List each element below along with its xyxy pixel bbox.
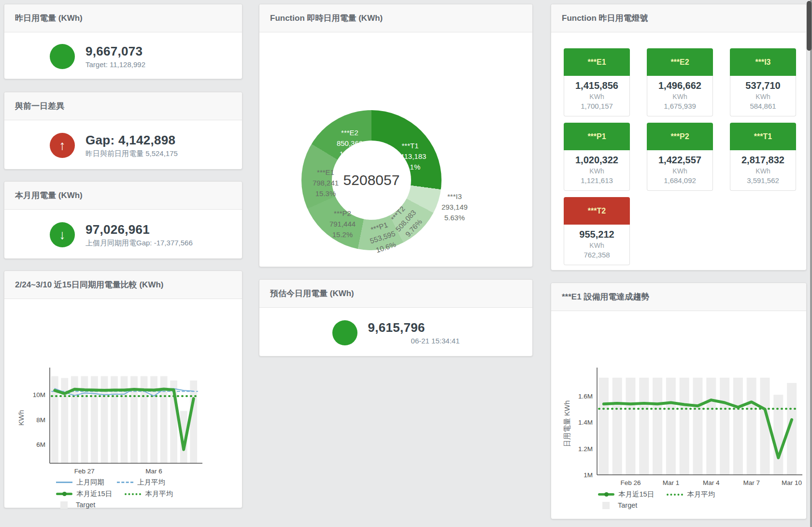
tile-header: ***T2 xyxy=(564,197,630,225)
legend-label: 本月近15日 xyxy=(618,490,654,499)
tile-target: 1,675,939 xyxy=(648,102,712,110)
legend-label: 本月平均 xyxy=(145,489,173,499)
x-tick-label: Mar 6 xyxy=(145,468,162,475)
tile-unit: KWh xyxy=(565,167,628,175)
estimate-value: 9,615,796 xyxy=(368,320,460,335)
y-tick-label: 1.4M xyxy=(578,419,593,426)
tile-unit: KWh xyxy=(565,93,628,100)
legend-swatch-blue-line xyxy=(56,482,72,483)
legend-item[interactable]: 本月平均 xyxy=(667,490,715,499)
legend-label: Target xyxy=(76,501,95,509)
card-title: Function 昨日用電燈號 xyxy=(551,4,806,32)
legend-swatch-green-dot xyxy=(667,494,683,496)
signal-tile: ***P11,020,322KWh1,121,613 xyxy=(564,123,630,191)
arrow-up-icon: ↑ xyxy=(50,133,75,158)
card-title: 本月用電量 (KWh) xyxy=(4,182,242,210)
tile-body: 2,817,832KWh3,591,562 xyxy=(730,150,796,191)
card-gap-prev-day: 與前一日差異 ↑ Gap: 4,142,898 昨日與前日用電量 5,524,1… xyxy=(4,92,242,170)
e1-trend-chart[interactable]: 1M1.2M1.4M1.6MFeb 26Mar 1Mar 4Mar 7Mar 1… xyxy=(551,346,807,488)
card-month-usage: 本月用電量 (KWh) ↓ 97,026,961 上個月同期用電Gap: -17… xyxy=(4,181,242,259)
tile-body: 537,710KWh584,861 xyxy=(730,76,796,116)
card-title: 2/24~3/10 近15日同期用電量比較 (KWh) xyxy=(4,271,242,299)
trend-chart-legend: 本月近15日本月平均Target xyxy=(598,490,715,509)
tile-value: 1,496,662 xyxy=(648,80,712,91)
legend-item[interactable]: Target xyxy=(598,501,637,509)
gap-sub: 昨日與前日用電量 5,524,175 xyxy=(85,149,197,158)
tile-value: 1,415,856 xyxy=(565,80,628,91)
target-bar xyxy=(693,378,702,475)
target-bar xyxy=(747,378,756,475)
card-realtime-donut: Function 即時日用電量 (KWh) 5208057 ***T1 1,41… xyxy=(259,4,533,267)
tile-target: 1,684,092 xyxy=(648,176,712,185)
realtime-donut-chart[interactable]: 5208057 ***T1 1,413,183 27.1%***I3 293,1… xyxy=(259,32,532,268)
card-title: Function 即時日用電量 (KWh) xyxy=(259,4,532,32)
tile-value: 537,710 xyxy=(731,80,795,91)
legend-item[interactable]: 本月近15日 xyxy=(56,489,112,499)
legend-label: 本月平均 xyxy=(687,490,715,499)
tile-header: ***I3 xyxy=(730,48,796,76)
x-tick-label: Mar 4 xyxy=(703,479,720,486)
dashboard-page: { "cards": { "yesterday": { "title": "昨日… xyxy=(0,0,812,527)
legend-item[interactable]: 上月同期 xyxy=(56,478,104,487)
compare-chart-legend: 上月同期上月平均本月近15日本月平均Target xyxy=(56,478,173,509)
signal-tile: ***I3537,710KWh584,861 xyxy=(730,48,796,116)
legend-label: 本月近15日 xyxy=(76,489,112,499)
target-bar xyxy=(733,378,743,475)
tile-value: 2,817,832 xyxy=(731,155,795,166)
x-tick-label: Mar 1 xyxy=(663,479,680,486)
compare-15d-chart[interactable]: 6M8M10MFeb 27Mar 6KWh xyxy=(4,339,243,475)
y-tick-label: 1M xyxy=(584,471,593,479)
target-bar xyxy=(613,378,622,475)
donut-slice-label: ***E2 850,362 16.3% xyxy=(337,128,363,159)
tile-value: 1,422,557 xyxy=(648,155,712,166)
target-bar xyxy=(653,378,662,475)
tile-unit: KWh xyxy=(648,93,712,100)
signal-tile: ***T12,817,832KWh3,591,562 xyxy=(730,123,796,191)
legend-item[interactable]: 本月近15日 xyxy=(598,490,654,499)
tile-target: 3,591,562 xyxy=(731,176,795,185)
gap-value: Gap: 4,142,898 xyxy=(85,133,197,148)
tile-unit: KWh xyxy=(731,167,795,175)
card-signal-lights: Function 昨日用電燈號 ***E11,415,856KWh1,700,1… xyxy=(551,4,807,271)
x-tick-label: Feb 26 xyxy=(620,479,641,486)
card-estimate-today: 預估今日用電量 (KWh) 9,615,796 06-21 15:34:41 xyxy=(259,279,533,356)
target-bar xyxy=(190,381,197,463)
target-bar xyxy=(706,378,716,475)
tile-body: 1,415,856KWh1,700,157 xyxy=(564,76,630,116)
x-tick-label: Mar 10 xyxy=(782,479,802,486)
legend-swatch-green-thick xyxy=(56,493,72,495)
legend-item[interactable]: Target xyxy=(56,501,95,509)
legend-item[interactable]: 本月平均 xyxy=(125,489,173,499)
signal-tile: ***E21,496,662KWh1,675,939 xyxy=(647,48,713,116)
tile-header: ***P1 xyxy=(564,123,630,150)
card-title: ***E1 設備用電達成趨勢 xyxy=(551,283,806,311)
card-e1-trend: ***E1 設備用電達成趨勢 1M1.2M1.4M1.6MFeb 26Mar 1… xyxy=(551,283,807,519)
donut-slice-label: ***E1 798,241 15.3% xyxy=(313,167,339,199)
page-scrollbar-track[interactable] xyxy=(810,0,812,527)
target-bar xyxy=(61,378,68,463)
x-tick-label: Feb 27 xyxy=(74,468,95,475)
tile-unit: KWh xyxy=(565,242,628,249)
legend-swatch-target xyxy=(602,502,610,509)
donut-center-total: 5208057 xyxy=(343,172,400,188)
tile-target: 584,861 xyxy=(731,102,795,110)
y-axis-label: 日用電量 KWh xyxy=(563,400,571,447)
card-title: 與前一日差異 xyxy=(4,92,242,120)
target-bar xyxy=(639,378,649,475)
signal-tile: ***P21,422,557KWh1,684,092 xyxy=(647,123,713,191)
tile-target: 762,358 xyxy=(565,251,628,259)
legend-label: 上月同期 xyxy=(76,478,104,487)
target-bar xyxy=(680,378,689,475)
card-title: 預估今日用電量 (KWh) xyxy=(259,280,532,308)
tile-header: ***P2 xyxy=(647,123,713,150)
target-bar xyxy=(666,378,676,475)
card-yesterday-usage: 昨日用電量 (KWh) 9,667,073 Target: 11,128,992 xyxy=(4,4,242,79)
tile-target: 1,121,613 xyxy=(565,176,628,185)
tile-body: 1,422,557KWh1,684,092 xyxy=(647,150,713,191)
page-scrollbar-thumb[interactable] xyxy=(807,1,812,51)
legend-item[interactable]: 上月平均 xyxy=(117,478,165,487)
legend-swatch-green-thick xyxy=(598,493,614,496)
month-usage-value: 97,026,961 xyxy=(85,222,197,237)
y-axis-label: KWh xyxy=(17,410,25,426)
y-tick-label: 1.2M xyxy=(578,445,593,453)
